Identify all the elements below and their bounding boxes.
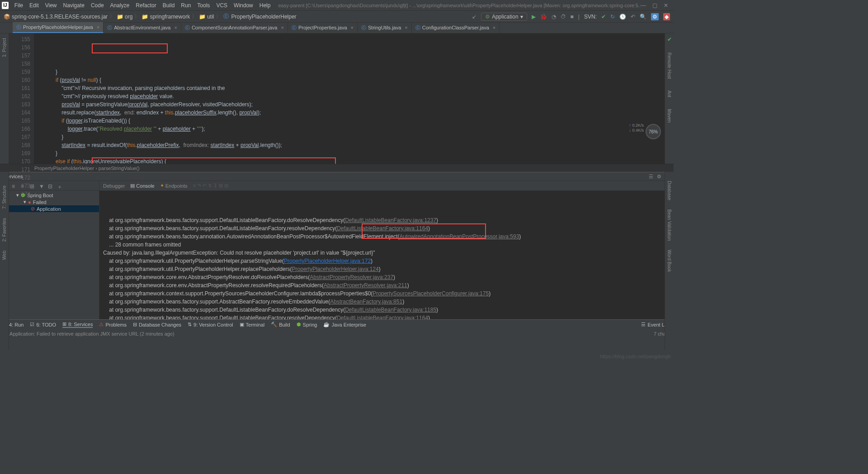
menu-file[interactable]: File <box>11 2 26 9</box>
close-icon[interactable]: × <box>97 24 99 30</box>
tab-debugger[interactable]: Debugger <box>103 183 125 189</box>
menu-refactor[interactable]: Refactor <box>132 2 159 9</box>
right-toolwindow-bar: ✔ Remote Host Ant Maven <box>665 33 674 164</box>
window-title-path: easy-parent [C:\Users\pangdonghao\Docume… <box>278 3 641 8</box>
highlight-box-if <box>92 43 168 53</box>
back-icon[interactable]: ↙ <box>472 14 476 20</box>
maximize-icon[interactable]: ▢ <box>652 2 657 9</box>
close-icon[interactable]: × <box>351 25 354 30</box>
bottom-toolwindow-bar: ▶4: Run ☑6: TODO ⊞8: Services ⚠Problems … <box>0 319 674 329</box>
run-config-dropdown[interactable]: ⚙Application▾ <box>481 13 527 21</box>
services-toolwindow-header: Services ☰ ⚙ ― <box>0 172 674 181</box>
tab-componentscanannotationparser[interactable]: ⓒComponentScanAnnotationParser.java× <box>181 22 288 33</box>
beanvalidation-toolwindow[interactable]: Bean Validation <box>667 209 672 241</box>
editor-area: 1: Project 15515615715815916016116216316… <box>0 33 674 164</box>
close-icon[interactable]: × <box>493 25 495 30</box>
close-icon[interactable]: × <box>281 25 284 30</box>
tab-console[interactable]: ▤Console <box>130 183 154 189</box>
menu-edit[interactable]: Edit <box>26 2 42 9</box>
settings-icon[interactable]: ☰ <box>649 174 653 180</box>
close-icon[interactable]: × <box>174 25 177 30</box>
tree-item-application[interactable]: ⊘Application <box>9 205 99 212</box>
debug-icon[interactable]: 🐞 <box>540 14 547 20</box>
ide-settings-icon[interactable]: ⚙ <box>651 13 659 20</box>
tab-projectproperties[interactable]: ⓒProjectProperties.java× <box>288 22 358 33</box>
services-body: ▶ ⊞ ■ ▼ ⏸ 📌 🔧 ≡ ≡ ⊞ ▼ ⊟ ＋ ▾⬢Spring Boot … <box>0 181 674 319</box>
group-icon[interactable]: ⊟ <box>48 183 53 189</box>
close-icon[interactable]: × <box>405 25 407 30</box>
services-toolwindow[interactable]: ⊞8: Services <box>62 321 93 328</box>
tab-stringutils[interactable]: ⓒStringUtils.java× <box>358 22 412 33</box>
run-icon[interactable]: ▶ <box>532 14 536 20</box>
commit-icon[interactable]: ✔ <box>601 14 606 20</box>
add-icon[interactable]: ＋ <box>57 183 62 189</box>
step-icons[interactable]: ≡ ↷ ↶ ↯ ↧ ⊞ ⊟ <box>193 183 229 189</box>
network-badge: ↑ 0.2K/s↓ 0.4K/s <box>629 123 644 133</box>
menu-tools[interactable]: Tools <box>194 2 213 9</box>
dbchanges-toolwindow[interactable]: ⊟Database Changes <box>133 322 181 327</box>
favorites-toolwindow[interactable]: 2: Favorites <box>2 218 7 242</box>
wordbook-toolwindow[interactable]: Word Book <box>667 250 672 272</box>
stop-icon[interactable]: ■ <box>571 14 574 20</box>
close-icon[interactable]: ✕ <box>664 2 668 9</box>
web-toolwindow[interactable]: Web <box>2 251 7 260</box>
breadcrumb-class[interactable]: ⓒPropertyPlaceholderHelper <box>223 14 296 20</box>
structure-toolwindow[interactable]: 7: Structure <box>2 185 7 209</box>
build-toolwindow[interactable]: 🔨Build <box>271 322 290 327</box>
tab-abstractenvironment[interactable]: ⓒAbstractEnvironment.java× <box>104 22 181 33</box>
filter-icon[interactable]: ▼ <box>39 183 44 189</box>
breadcrumb-class[interactable]: PropertyPlaceholderHelper <box>34 166 94 171</box>
editor-tab-bar: ⓒPropertyPlaceholderHelper.java× ⓒAbstra… <box>0 23 674 33</box>
search-icon[interactable]: 🔍 <box>640 14 646 20</box>
tree-item-failed[interactable]: ▾●Failed <box>9 199 99 205</box>
menu-window[interactable]: Window <box>231 2 256 9</box>
watermark-text: https://blog.csdn.net/pangdongh <box>600 354 671 359</box>
vcs-toolwindow[interactable]: ⇅9: Version Control <box>188 322 233 327</box>
line-number-gutter[interactable]: 1551561571581591601611621631641651661671… <box>9 33 34 164</box>
memory-gauge[interactable]: 76% <box>646 124 661 139</box>
menu-analyze[interactable]: Analyze <box>107 2 133 9</box>
menu-vcs[interactable]: VCS <box>213 2 231 9</box>
coverage-icon[interactable]: ◔ <box>552 14 556 20</box>
todo-toolwindow[interactable]: ☑6: TODO <box>30 322 56 327</box>
code-editor[interactable]: } if (propVal != null) { "cmt">// Recurs… <box>34 33 674 164</box>
problems-toolwindow[interactable]: ⚠Problems <box>99 322 126 327</box>
gear-icon[interactable]: ⚙ <box>657 174 661 180</box>
maven-toolwindow[interactable]: Maven <box>667 107 672 124</box>
menu-navigate[interactable]: Navigate <box>60 2 88 9</box>
breadcrumb-org[interactable]: 📁org <box>117 14 132 20</box>
ant-toolwindow[interactable]: Ant <box>667 89 672 99</box>
project-toolwindow[interactable]: 1: Project <box>2 36 7 59</box>
folder-icon: 📁 <box>142 14 148 20</box>
menu-view[interactable]: View <box>42 2 60 9</box>
remotehost-toolwindow[interactable]: Remote Host <box>667 51 672 81</box>
breadcrumb-root[interactable]: 📦spring-core-5.1.3.RELEASE-sources.jar <box>4 14 108 20</box>
tab-propertyplaceholderhelper[interactable]: ⓒPropertyPlaceholderHelper.java× <box>13 22 104 33</box>
javaee-toolwindow[interactable]: ☕Java Enterprise <box>323 322 366 327</box>
check-icon[interactable]: ✔ <box>667 36 672 43</box>
breadcrumb-method[interactable]: parseStringValue() <box>99 166 140 171</box>
left-lower-toolbar: 7: Structure 2: Favorites Web <box>0 172 9 350</box>
menu-build[interactable]: Build <box>160 2 178 9</box>
services-tree: ≡ ≡ ⊞ ▼ ⊟ ＋ ▾⬢Spring Boot ▾●Failed ⊘Appl… <box>9 181 99 319</box>
minimize-icon[interactable]: ― <box>641 2 646 9</box>
history-icon[interactable]: 🕓 <box>619 14 626 20</box>
grid-icon[interactable]: ⊞ <box>30 183 35 189</box>
profile-icon[interactable]: ⏱ <box>561 14 566 20</box>
revert-icon[interactable]: ↶ <box>631 14 635 20</box>
menu-code[interactable]: Code <box>88 2 107 9</box>
spring-toolwindow[interactable]: ⬢Spring <box>297 322 317 327</box>
tab-configurationclassparser[interactable]: ⓒConfigurationClassParser.java× <box>412 22 500 33</box>
tab-endpoints[interactable]: ✦Endpoints <box>160 183 188 189</box>
breadcrumb-springframework[interactable]: 📁springframework <box>142 14 190 20</box>
folder-icon: 📁 <box>117 14 123 20</box>
breadcrumb-util[interactable]: 📁util <box>199 14 214 20</box>
update-icon[interactable]: ↻ <box>610 14 615 20</box>
terminal-toolwindow[interactable]: ▣Terminal <box>240 322 265 327</box>
status-message: Application: Failed to retrieve applicat… <box>9 331 175 337</box>
database-toolwindow[interactable]: Database <box>667 181 672 200</box>
console-output[interactable]: at org.springframework.beans.factory.sup… <box>99 191 665 319</box>
menu-run[interactable]: Run <box>178 2 194 9</box>
plugin-icon[interactable]: ◆ <box>663 13 670 20</box>
menu-help[interactable]: Help <box>256 2 274 9</box>
